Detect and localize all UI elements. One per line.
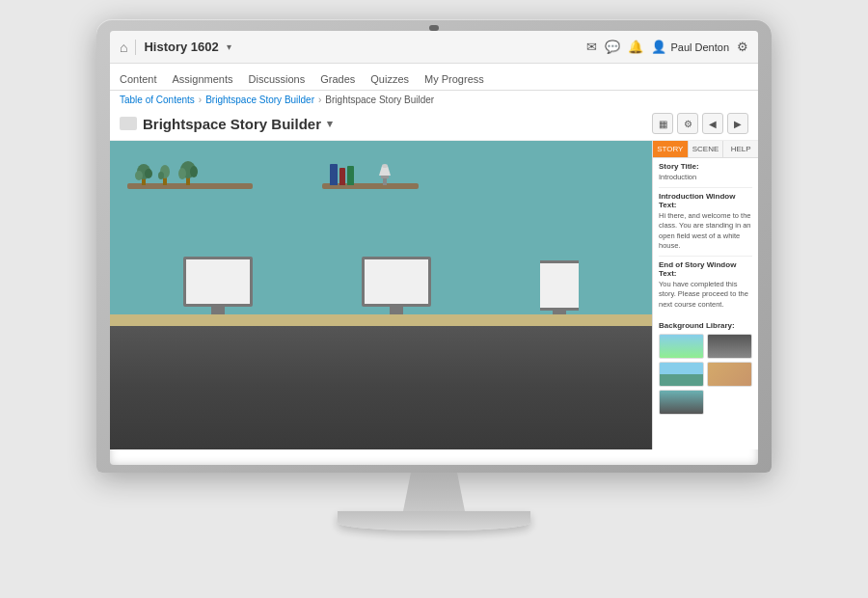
desk-monitor-2 xyxy=(362,257,431,318)
notification-icon[interactable]: 🔔 xyxy=(628,40,643,54)
svg-point-3 xyxy=(145,169,152,178)
bg-thumb-dark[interactable] xyxy=(707,334,752,359)
panel-divider-2 xyxy=(659,256,752,257)
tab-discussions[interactable]: Discussions xyxy=(249,73,306,90)
grid-view-button[interactable]: ▦ xyxy=(652,113,673,134)
user-area[interactable]: 👤 Paul Denton xyxy=(651,40,729,54)
panel-divider-1 xyxy=(659,187,752,188)
bg-thumb-teal[interactable] xyxy=(659,390,704,415)
screen: ⌂ History 1602 ▾ ✉ 💬 🔔 👤 Paul Denton ⚙ xyxy=(110,31,758,465)
svg-point-6 xyxy=(158,172,164,179)
tab-quizzes[interactable]: Quizzes xyxy=(370,73,409,90)
breadcrumb-sep1: › xyxy=(199,95,202,105)
mail-icon[interactable]: ✉ xyxy=(586,40,597,54)
panel-tabs: STORY SCENE HELP xyxy=(653,141,758,158)
svg-point-10 xyxy=(190,166,198,177)
tab-grades[interactable]: Grades xyxy=(320,73,355,90)
end-text-label: End of Story Window Text: xyxy=(659,260,752,278)
right-panel: STORY SCENE HELP Story Title: Introducti… xyxy=(652,141,758,449)
bg-library-title: Background Library: xyxy=(659,321,752,330)
next-button[interactable]: ▶ xyxy=(727,113,748,134)
desk-monitor-screen-2 xyxy=(362,257,431,307)
desk-monitor-stand-1 xyxy=(211,307,225,314)
monitor-outer: ⌂ History 1602 ▾ ✉ 💬 🔔 👤 Paul Denton ⚙ xyxy=(87,19,781,579)
breadcrumb-story1[interactable]: Brightspace Story Builder xyxy=(205,95,314,105)
desk-surface xyxy=(110,314,652,326)
tab-assignments[interactable]: Assignments xyxy=(173,73,233,90)
desk-monitor-1 xyxy=(183,257,253,318)
window-text-label: Introduction Window Text: xyxy=(659,192,752,209)
settings-button[interactable]: ⚙ xyxy=(677,113,698,134)
breadcrumb-toc[interactable]: Table of Contents xyxy=(120,95,195,105)
room-scene xyxy=(110,141,652,326)
monitor-neck xyxy=(395,473,473,511)
bg-thumb-sky[interactable] xyxy=(659,334,704,359)
plant-icon-1 xyxy=(135,158,152,185)
panel-tab-scene[interactable]: SCENE xyxy=(689,141,724,157)
page-title-text: Brightspace Story Builder xyxy=(143,116,321,132)
monitor-base xyxy=(338,511,530,530)
nav-tabs: Content Assignments Discussions Grades Q… xyxy=(110,64,758,91)
story-title-label: Story Title: xyxy=(659,162,752,171)
breadcrumb: Table of Contents › Brightspace Story Bu… xyxy=(110,91,758,109)
desk-monitor-screen-1 xyxy=(183,257,253,307)
panel-tab-help[interactable]: HELP xyxy=(723,141,758,157)
desk-area xyxy=(110,233,652,326)
header-icons: ✉ 💬 🔔 👤 Paul Denton ⚙ xyxy=(586,40,748,54)
bg-thumb-outdoor[interactable] xyxy=(659,362,704,387)
svg-rect-4 xyxy=(163,177,167,185)
page-controls: ▦ ⚙ ◀ ▶ xyxy=(652,113,748,134)
chat-icon[interactable]: 💬 xyxy=(605,40,620,54)
svg-rect-7 xyxy=(186,177,190,185)
page-title-area: Brightspace Story Builder ▾ ▦ ⚙ ◀ ▶ xyxy=(110,109,758,141)
tab-myprogress[interactable]: My Progress xyxy=(424,73,484,90)
user-icon: 👤 xyxy=(651,40,666,54)
breadcrumb-current: Brightspace Story Builder xyxy=(325,95,434,105)
course-title: History 1602 xyxy=(144,40,218,54)
monitor-frame: ⌂ History 1602 ▾ ✉ 💬 🔔 👤 Paul Denton ⚙ xyxy=(96,19,772,473)
browser-header: ⌂ History 1602 ▾ ✉ 💬 🔔 👤 Paul Denton ⚙ xyxy=(110,31,758,64)
story-title-value: Introduction xyxy=(659,173,752,183)
story-canvas xyxy=(110,141,652,449)
user-name: Paul Denton xyxy=(670,41,729,53)
books xyxy=(330,164,354,185)
svg-point-2 xyxy=(135,171,143,180)
desk-monitor-stand-2 xyxy=(390,307,403,314)
end-text-value: You have completed this story. Please pr… xyxy=(659,280,752,311)
bg-grid xyxy=(659,334,752,415)
page-title-icon xyxy=(120,117,137,130)
main-content: STORY SCENE HELP Story Title: Introducti… xyxy=(110,141,758,449)
breadcrumb-sep2: › xyxy=(318,95,321,105)
tab-content[interactable]: Content xyxy=(120,73,157,90)
svg-rect-11 xyxy=(383,177,387,185)
panel-tab-story[interactable]: STORY xyxy=(653,141,689,157)
plant-icon-2 xyxy=(158,160,172,185)
desk-monitor-screen-3 xyxy=(540,260,579,311)
svg-point-9 xyxy=(178,168,186,179)
bg-library: Background Library: xyxy=(653,317,758,419)
page-title-dropdown-icon[interactable]: ▾ xyxy=(327,118,333,130)
home-icon[interactable]: ⌂ xyxy=(120,40,127,55)
floor-area xyxy=(110,326,652,449)
bg-thumb-warm[interactable] xyxy=(707,362,752,387)
desk-monitor-3 xyxy=(540,260,579,318)
course-dropdown-icon[interactable]: ▾ xyxy=(227,41,231,52)
prev-button[interactable]: ◀ xyxy=(702,113,723,134)
lamp-icon xyxy=(375,158,394,185)
window-text-value: Hi there, and welcome to the class. You … xyxy=(659,211,752,252)
settings-icon[interactable]: ⚙ xyxy=(737,40,748,54)
header-divider xyxy=(135,40,136,55)
svg-point-14 xyxy=(382,164,388,168)
page-title: Brightspace Story Builder ▾ xyxy=(120,116,333,132)
plant-icon-3 xyxy=(177,156,199,185)
svg-rect-12 xyxy=(381,176,389,178)
panel-story-section: Story Title: Introduction Introduction W… xyxy=(653,158,758,317)
